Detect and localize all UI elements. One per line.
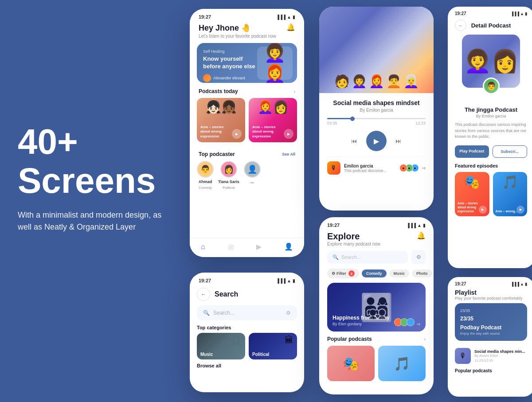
playlist-popular-title: Popular podcasts (455, 368, 492, 373)
categories-label: Top categories (190, 320, 304, 333)
explore-search-icon: 🔍 (332, 254, 339, 260)
featured-podcast-card[interactable]: 👨‍👩‍👧‍👦 Happiness from family By Elen go… (327, 283, 426, 332)
podcasts-today-header: Podcasts today › (190, 83, 304, 98)
greeting-name: Hey Jhone 🤚 (199, 23, 276, 33)
battery-icon: ▮ (525, 12, 527, 16)
explore-filter-button[interactable]: ⚙ (411, 250, 426, 264)
featured-by: By Elen gordany (332, 322, 390, 326)
filter-tag-filter[interactable]: ⚙ Filter 1 (327, 269, 359, 278)
music-category[interactable]: 🎵 Music (197, 333, 245, 359)
detail-status-time: 19:27 (455, 11, 466, 16)
play-podcast-button[interactable]: Play Podcast (455, 145, 489, 158)
subscribe-button[interactable]: Subscri... (493, 145, 528, 158)
explore-status-icons: ▐▐▐ ▲ ▮ (407, 223, 426, 228)
podcaster-ahmad[interactable]: 👨 Ahmad Comedy (197, 161, 214, 190)
forward-button[interactable]: ⏭ (395, 137, 402, 144)
nav-profile-icon[interactable]: 👤 (284, 242, 293, 251)
commenter-text: This podcast discusse... (344, 168, 387, 173)
episode-1-play[interactable]: ▶ (479, 206, 487, 214)
categories-grid: 🎵 Music 🏛 Political (190, 333, 304, 359)
comment-row: 🎙 Emilon garcia This podcast discusse...… (327, 156, 426, 179)
explore-status-time: 19:27 (327, 222, 340, 228)
explore-title-block: Explore Explore many podcast now (327, 231, 380, 246)
rewind-button[interactable]: ⏮ (351, 137, 357, 144)
popular-title: Popular podcasts (327, 336, 372, 342)
podcast-play-1[interactable]: ▶ (232, 129, 242, 139)
detail-podcast-by: By Emilon garcia (448, 114, 532, 118)
featured-episodes-label: Featured episodes (448, 163, 532, 172)
listener-plus: +8 (422, 166, 426, 170)
wifi-icon: ▲ (520, 12, 524, 16)
signal-icon: ▐▐▐ (511, 12, 519, 16)
nav-play-icon[interactable]: ▶ (256, 242, 262, 251)
playlist-progress: 23/35 (460, 308, 522, 313)
playlist-item-author-1: By Aixem Elliot (474, 354, 527, 358)
player-controls: ⏮ ▶ ⏭ (327, 131, 426, 151)
podcaster-tiana[interactable]: 👩 Tiana Saris Political (218, 161, 239, 190)
nav-search-icon[interactable]: ◎ (228, 242, 234, 251)
playlist-item-time-1: 11:25/12:35 (474, 359, 527, 363)
nav-home-icon[interactable]: ⌂ (201, 243, 205, 251)
battery-icon: ▮ (293, 278, 295, 283)
episode-2-play[interactable]: ▶ (516, 206, 524, 214)
podcaster-ahmad-avatar: 👨 (197, 161, 214, 178)
filter-icon[interactable]: ⚙ (286, 310, 291, 316)
detail-back-button[interactable]: ← (455, 20, 466, 31)
back-button[interactable]: ← (197, 288, 210, 301)
detail-status-icons: ▐▐▐ ▲ ▮ (511, 12, 527, 16)
battery-icon: ▮ (423, 223, 426, 228)
filter-tag-music[interactable]: Music (389, 269, 410, 277)
search-box[interactable]: 🔍 Search... ⚙ (197, 305, 297, 320)
podcasts-today-arrow[interactable]: › (294, 89, 295, 94)
progress-bar (327, 118, 426, 119)
popular-card-2[interactable]: 🎵 (378, 346, 426, 381)
phone-playlist: 19:27 ▐▐▐ ▲ ▮ Playlist Play your favorit… (448, 277, 532, 397)
episode-grid: 🎭 Anie – stories about wrong expression … (448, 172, 532, 216)
podcaster-row: 👨 Ahmad Comedy 👩 Tiana Saris Political 👤… (190, 161, 304, 190)
popular-card-1[interactable]: 🎭 (327, 346, 375, 381)
playlist-status-icons: ▐▐▐ ▲ ▮ (511, 282, 527, 286)
detail-podcast-title: The jingga Podcast (448, 97, 532, 114)
phone-search: 19:27 ▐▐▐ ▲ ▮ ← Search 🔍 Search... ⚙ Top… (190, 273, 304, 392)
podcaster-extra[interactable]: 👤 ... (244, 161, 261, 190)
status-icons: ▐▐▐ ▲ ▮ (276, 15, 295, 20)
featured-banner[interactable]: Self Healing Know yourself before anyone… (197, 43, 297, 83)
wifi-icon: ▲ (287, 15, 291, 20)
notification-icon[interactable]: 🔔 (286, 23, 295, 31)
podcast-play-2[interactable]: ▶ (284, 129, 293, 139)
podcaster-extra-name: ... (250, 180, 254, 184)
host-avatar: 👨 (483, 78, 500, 94)
search-icon: 🔍 (203, 310, 210, 316)
detail-status-bar: 19:27 ▐▐▐ ▲ ▮ (448, 7, 532, 18)
playlist-featured-card[interactable]: 23/35 23/35 Podbay Podcast Enjoy the day… (455, 303, 527, 341)
filter-badge: 1 (348, 270, 355, 277)
episode-card-2[interactable]: 🎵 Anie – wrong... ▶ (493, 172, 528, 216)
signal-icon: ▐▐▐ (511, 282, 519, 286)
signal-icon: ▐▐▐ (407, 223, 416, 228)
explore-search-box[interactable]: 🔍 Search... (327, 251, 408, 264)
explore-notification-icon[interactable]: 🔔 (417, 231, 426, 240)
filter-tag-comedy[interactable]: Comedy (362, 269, 387, 277)
listener-avatars: ● ● ● +8 (402, 164, 426, 172)
podcast-card-1[interactable]: 👧🏻👧🏾 Anie – stories about wrong expressi… (197, 98, 245, 142)
podcast-card-2[interactable]: 👩‍🦰👩 Anie – stories about wrong expressi… (249, 98, 297, 142)
episode-card-1[interactable]: 🎭 Anie – stories about wrong expression … (455, 172, 489, 216)
search-status-bar: 19:27 ▐▐▐ ▲ ▮ (190, 273, 304, 285)
signal-icon: ▐▐▐ (276, 278, 286, 283)
see-all-link[interactable]: See All (282, 152, 295, 156)
battery-icon: ▮ (293, 15, 295, 20)
political-category[interactable]: 🏛 Political (249, 333, 297, 359)
greeting-block: Hey Jhone 🤚 Let's listen to your favorit… (199, 23, 276, 39)
podcasts-today-title: Podcasts today (199, 88, 238, 94)
filter-tag-photo[interactable]: Photo (412, 269, 432, 277)
progress-dot (350, 117, 355, 121)
screens-label: Screens (18, 163, 168, 199)
progress-container[interactable] (327, 118, 426, 119)
podcaster-ahmad-type: Comedy (199, 186, 212, 190)
play-button[interactable]: ▶ (366, 131, 387, 151)
explore-header: Explore Explore many podcast now 🔔 (319, 230, 434, 250)
popular-arrow[interactable]: › (424, 337, 426, 342)
playlist-item-1[interactable]: 🎙 Social media shapes min... By Aixem El… (448, 345, 532, 367)
podcaster-tiana-avatar: 👩 (220, 161, 237, 178)
phone-home: 19:27 ▐▐▐ ▲ ▮ Hey Jhone 🤚 Let's listen t… (190, 9, 304, 257)
